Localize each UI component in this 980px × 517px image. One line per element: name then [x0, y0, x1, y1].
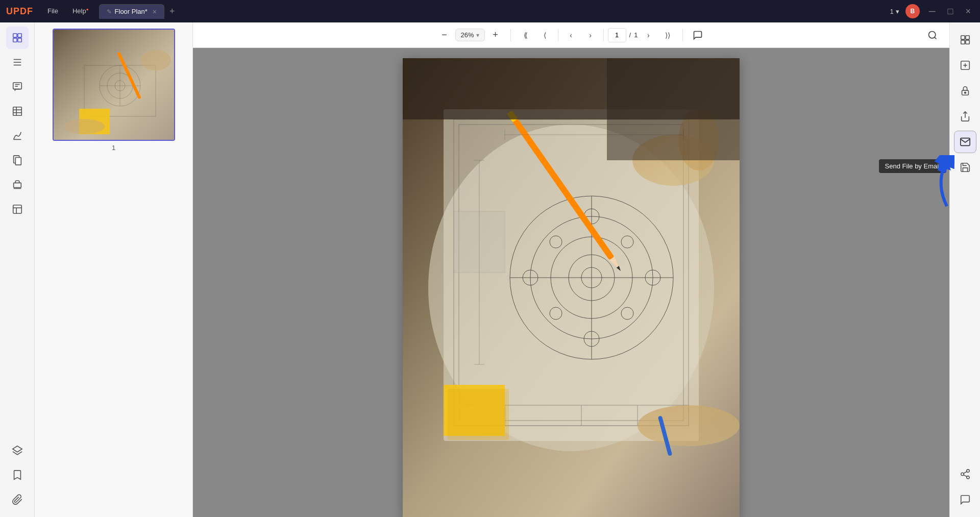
zoom-controls: − 26% ▾ +	[436, 27, 504, 44]
content-area: − 26% ▾ + ⟪ ⟨ ‹ › / 1 ›	[193, 22, 949, 517]
right-icon-ocr[interactable]	[954, 54, 976, 77]
svg-point-94	[961, 473, 964, 476]
zoom-in-button[interactable]: +	[487, 27, 504, 44]
title-bar-right: 1 ▾ B ─ □ ×	[890, 4, 974, 18]
svg-rect-16	[15, 158, 21, 165]
nav-prev2-button[interactable]: ‹	[562, 27, 580, 44]
page-nav: / 1	[608, 28, 638, 42]
zoom-display: 26% ▾	[455, 29, 485, 41]
right-icon-share[interactable]	[954, 105, 976, 128]
sidebar-item-thumbnail[interactable]	[6, 27, 29, 49]
right-sidebar-bottom	[954, 463, 976, 517]
svg-line-97	[963, 472, 966, 474]
zoom-value: 26%	[461, 31, 474, 39]
help-dot: ●	[86, 7, 89, 12]
nav-next2-button[interactable]: ›	[582, 27, 599, 44]
main-area: 1 − 26% ▾ + ⟪ ⟨ ‹ ›	[0, 22, 980, 517]
sidebar-item-stamps[interactable]	[6, 174, 29, 196]
toolbar: − 26% ▾ + ⟪ ⟨ ‹ › / 1 ›	[193, 22, 949, 48]
right-icon-send-email[interactable]	[954, 131, 976, 153]
sidebar-item-bookmark[interactable]	[6, 464, 29, 486]
title-bar: UPDF File Help● ✎ Floor Plan* × + 1 ▾ B …	[0, 0, 980, 22]
menu-bar: File Help●	[41, 5, 95, 17]
svg-point-88	[964, 92, 966, 93]
svg-rect-2	[13, 38, 16, 42]
right-icon-pdf-tools[interactable]	[954, 29, 976, 51]
new-tab-button[interactable]: +	[165, 4, 179, 19]
svg-line-36	[935, 37, 937, 39]
sidebar-item-outline[interactable]	[6, 51, 29, 73]
tab-edit-icon: ✎	[107, 8, 112, 15]
nav-last-button[interactable]: ⟩⟩	[659, 27, 676, 44]
svg-point-95	[966, 476, 969, 479]
comment-button[interactable]	[689, 27, 706, 44]
nav-next-button[interactable]: ›	[640, 27, 657, 44]
thumbnail-page-label: 1	[112, 144, 115, 152]
pdf-viewport[interactable]	[193, 48, 949, 517]
svg-point-35	[929, 31, 936, 38]
tab-area: ✎ Floor Plan* × +	[99, 4, 179, 19]
svg-rect-19	[13, 205, 21, 214]
svg-point-93	[966, 470, 969, 473]
svg-rect-10	[13, 107, 21, 116]
sidebar-item-templates[interactable]	[6, 198, 29, 220]
left-sidebar	[0, 22, 35, 517]
toolbar-separator-4	[682, 29, 683, 41]
search-area	[924, 27, 941, 44]
close-button[interactable]: ×	[962, 5, 974, 18]
svg-rect-81	[965, 36, 969, 39]
user-avatar[interactable]: B	[905, 4, 920, 18]
menu-help[interactable]: Help●	[66, 5, 95, 17]
svg-rect-82	[961, 40, 964, 44]
zoom-out-button[interactable]: −	[436, 27, 453, 44]
tab-close-button[interactable]: ×	[153, 8, 157, 16]
right-icon-save[interactable]	[954, 156, 976, 179]
right-icon-protect[interactable]	[954, 80, 976, 102]
app-logo[interactable]: UPDF	[6, 6, 33, 17]
page-total: 1	[634, 31, 638, 39]
svg-rect-80	[961, 36, 964, 39]
right-icon-chat[interactable]	[954, 488, 976, 511]
zoom-dropdown-button[interactable]: ▾	[476, 32, 479, 39]
svg-line-96	[963, 475, 966, 477]
toolbar-separator-2	[558, 29, 558, 41]
sidebar-item-attachment[interactable]	[6, 488, 29, 511]
svg-rect-71	[448, 389, 509, 440]
sidebar-item-comment[interactable]	[6, 76, 29, 98]
page-number-input[interactable]	[608, 28, 626, 42]
search-button[interactable]	[924, 27, 941, 44]
menu-file[interactable]: File	[41, 5, 64, 17]
thumbnail-page-1[interactable]: 1	[53, 29, 175, 152]
thumbnail-panel: 1	[35, 22, 193, 517]
svg-point-33	[140, 50, 171, 70]
svg-rect-83	[965, 40, 969, 44]
svg-rect-17	[13, 183, 21, 187]
tab-floor-plan[interactable]: ✎ Floor Plan* ×	[99, 4, 165, 19]
right-icon-connect[interactable]	[954, 463, 976, 485]
sidebar-item-table[interactable]	[6, 100, 29, 122]
nav-first-button[interactable]: ⟪	[517, 27, 534, 44]
sidebar-item-pages[interactable]	[6, 149, 29, 171]
svg-marker-22	[12, 446, 21, 452]
blue-arrow-annotation	[921, 155, 954, 213]
right-sidebar: Send File by Email	[949, 22, 980, 517]
sidebar-item-signature[interactable]	[6, 125, 29, 147]
sidebar-item-layers[interactable]	[6, 439, 29, 462]
user-count: 1 ▾	[890, 8, 899, 15]
svg-point-68	[638, 405, 740, 446]
page-separator: /	[629, 31, 631, 39]
svg-rect-0	[13, 34, 16, 37]
sidebar-bottom	[6, 439, 29, 517]
nav-prev-button[interactable]: ⟨	[536, 27, 554, 44]
svg-rect-1	[17, 34, 21, 37]
svg-rect-7	[13, 83, 21, 89]
minimize-button[interactable]: ─	[926, 5, 939, 18]
svg-rect-3	[17, 38, 21, 42]
tab-label: Floor Plan*	[115, 8, 148, 15]
pdf-page	[403, 58, 740, 517]
svg-point-34	[64, 119, 105, 134]
toolbar-separator-1	[510, 29, 511, 41]
maximize-button[interactable]: □	[945, 5, 957, 18]
page-nav-controls: ⟪ ⟨ ‹ › / 1 › ⟩⟩	[517, 27, 677, 44]
thumbnail-image	[53, 29, 175, 141]
